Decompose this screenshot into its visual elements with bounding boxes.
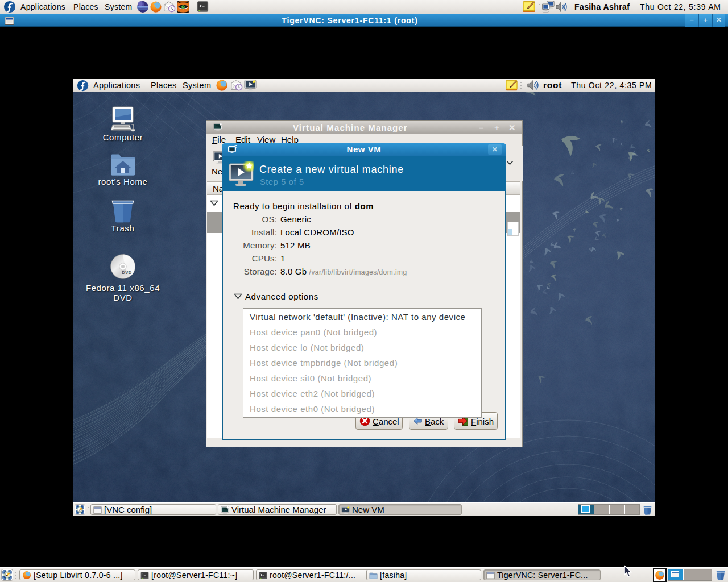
svg-text:DVD: DVD: [122, 270, 132, 275]
